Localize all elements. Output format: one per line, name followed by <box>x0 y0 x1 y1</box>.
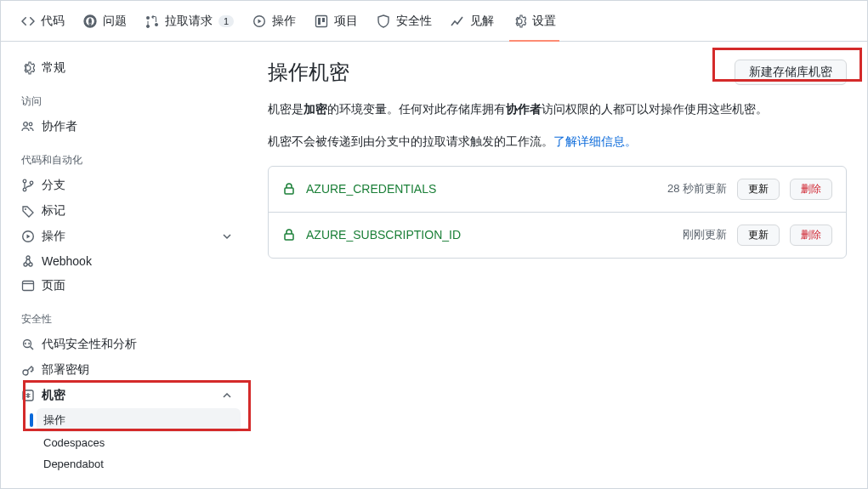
gear-icon <box>513 14 526 28</box>
sidebar-deploy-keys[interactable]: 部署密钥 <box>14 357 241 383</box>
sidebar-secrets-dependabot[interactable]: Dependabot <box>37 453 241 475</box>
sidebar-secrets-codespaces[interactable]: Codespaces <box>37 432 241 453</box>
svg-rect-21 <box>285 234 293 240</box>
sidebar-heading-access: 访问 <box>14 81 241 114</box>
sidebar-pages-label: 页面 <box>42 278 65 293</box>
tab-actions[interactable]: 操作 <box>246 1 303 42</box>
sidebar-collaborators[interactable]: 协作者 <box>14 114 241 139</box>
svg-point-10 <box>23 188 26 191</box>
tab-projects-label: 项目 <box>334 14 358 29</box>
svg-point-9 <box>30 181 33 185</box>
git-branch-icon <box>21 179 35 192</box>
chevron-up-icon <box>220 389 234 402</box>
sidebar-secrets[interactable]: 机密 <box>14 383 241 408</box>
svg-point-8 <box>23 179 26 183</box>
sidebar-secrets-actions-label: 操作 <box>43 412 65 428</box>
svg-point-14 <box>29 263 32 266</box>
sidebar: 常规 访问 协作者 代码和自动化 分支 标记 操作 Webhook 页面 安 <box>1 42 247 489</box>
description-line-2: 机密不会被传递到由分支中的拉取请求触发的工作流。了解详细信息。 <box>268 132 847 152</box>
issue-icon <box>83 14 97 28</box>
svg-point-6 <box>24 122 28 127</box>
secret-row: AZURE_SUBSCRIPTION_ID 刚刚更新 更新 删除 <box>269 213 846 258</box>
sidebar-secrets-dependabot-label: Dependabot <box>43 458 104 470</box>
svg-rect-3 <box>316 15 327 26</box>
tag-icon <box>21 204 35 218</box>
webhook-icon <box>21 254 35 268</box>
tab-actions-label: 操作 <box>272 14 296 29</box>
svg-rect-16 <box>23 281 34 291</box>
sidebar-code-security[interactable]: 代码安全性和分析 <box>14 332 241 357</box>
sidebar-heading-code: 代码和自动化 <box>14 139 241 173</box>
sidebar-heading-security: 安全性 <box>14 299 241 332</box>
sidebar-actions-label: 操作 <box>42 229 65 244</box>
secret-row: AZURE_CREDENTIALS 28 秒前更新 更新 删除 <box>269 167 846 213</box>
lock-icon <box>282 182 296 196</box>
tab-code-label: 代码 <box>41 14 65 29</box>
sidebar-branches-label: 分支 <box>42 178 65 193</box>
git-pull-request-icon <box>145 14 159 28</box>
secret-updated-time: 刚刚更新 <box>683 227 727 242</box>
tab-settings-label: 设置 <box>532 14 556 29</box>
tab-code[interactable]: 代码 <box>14 1 71 42</box>
sidebar-webhook-label: Webhook <box>42 254 92 268</box>
page-title: 操作机密 <box>268 59 349 86</box>
tab-projects[interactable]: 项目 <box>308 1 365 42</box>
gear-icon <box>21 61 35 75</box>
secret-name: AZURE_CREDENTIALS <box>306 182 436 196</box>
tab-insights[interactable]: 见解 <box>444 1 501 42</box>
browser-icon <box>21 279 35 293</box>
update-secret-button[interactable]: 更新 <box>737 179 780 200</box>
tab-security[interactable]: 安全性 <box>370 1 439 42</box>
tab-pulls[interactable]: 拉取请求 1 <box>139 1 241 42</box>
key-icon <box>21 363 35 377</box>
people-icon <box>21 120 35 134</box>
sidebar-branches[interactable]: 分支 <box>14 173 241 198</box>
remove-secret-button[interactable]: 删除 <box>790 225 832 246</box>
sidebar-secrets-actions[interactable]: 操作 <box>37 408 241 432</box>
tab-issues-label: 问题 <box>103 14 127 29</box>
pulls-count: 1 <box>218 15 234 27</box>
play-icon <box>252 14 266 28</box>
tab-settings[interactable]: 设置 <box>506 1 563 42</box>
tab-insights-label: 见解 <box>470 14 494 29</box>
svg-rect-20 <box>285 188 293 194</box>
sidebar-tags-label: 标记 <box>42 203 65 219</box>
sidebar-webhook[interactable]: Webhook <box>14 249 241 273</box>
tab-pulls-label: 拉取请求 <box>165 14 213 29</box>
codescan-icon <box>21 338 35 351</box>
shield-icon <box>377 14 390 28</box>
top-nav: 代码 问题 拉取请求 1 操作 项目 安全性 见解 设置 <box>1 1 867 42</box>
svg-point-13 <box>24 263 27 266</box>
description-line-1: 机密是加密的环境变量。任何对此存储库拥有协作者访问权限的人都可以对操作使用这些机… <box>268 100 847 120</box>
new-secret-button[interactable]: 新建存储库机密 <box>735 60 847 85</box>
secret-updated-time: 28 秒前更新 <box>667 181 727 196</box>
sidebar-deploy-keys-label: 部署密钥 <box>42 362 89 378</box>
sidebar-secrets-codespaces-label: Codespaces <box>43 436 105 449</box>
sidebar-tags[interactable]: 标记 <box>14 198 241 224</box>
sidebar-secrets-label: 机密 <box>42 388 65 403</box>
tab-issues[interactable]: 问题 <box>77 1 133 42</box>
key-asterisk-icon <box>21 389 35 402</box>
update-secret-button[interactable]: 更新 <box>737 225 780 246</box>
svg-rect-4 <box>318 18 321 25</box>
svg-point-11 <box>25 208 26 210</box>
sidebar-collaborators-label: 协作者 <box>42 119 77 134</box>
main-content: 操作机密 新建存储库机密 机密是加密的环境变量。任何对此存储库拥有协作者访问权限… <box>247 42 867 489</box>
code-icon <box>21 14 35 28</box>
graph-icon <box>451 14 464 28</box>
layout: 常规 访问 协作者 代码和自动化 分支 标记 操作 Webhook 页面 安 <box>1 42 867 489</box>
learn-more-link[interactable]: 了解详细信息。 <box>553 134 637 148</box>
sidebar-pages[interactable]: 页面 <box>14 273 241 299</box>
sidebar-general[interactable]: 常规 <box>14 55 241 81</box>
lock-icon <box>282 228 296 242</box>
svg-point-1 <box>88 20 92 23</box>
secrets-list: AZURE_CREDENTIALS 28 秒前更新 更新 删除 AZURE_SU… <box>268 166 847 259</box>
remove-secret-button[interactable]: 删除 <box>790 179 832 200</box>
secret-name: AZURE_SUBSCRIPTION_ID <box>306 228 461 242</box>
play-icon <box>21 230 35 243</box>
project-icon <box>315 14 328 28</box>
sidebar-actions[interactable]: 操作 <box>14 224 241 249</box>
chevron-down-icon <box>220 230 234 243</box>
sidebar-general-label: 常规 <box>42 60 65 76</box>
sidebar-code-security-label: 代码安全性和分析 <box>42 337 137 352</box>
